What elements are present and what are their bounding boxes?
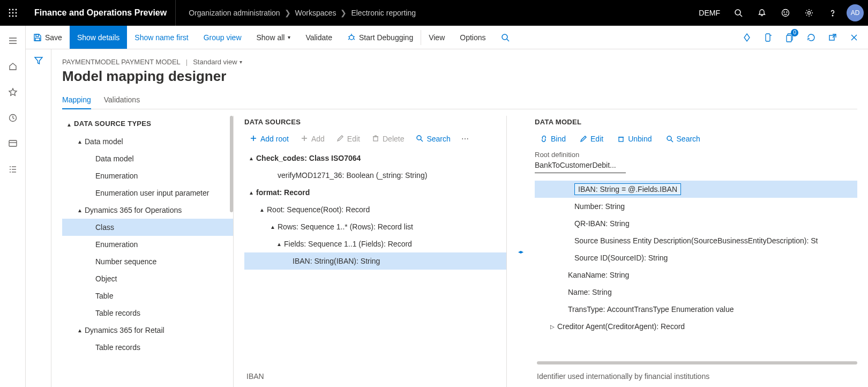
tree-row-selected[interactable]: IBAN: String(IBAN): String: [244, 252, 506, 270]
unbind-button[interactable]: Unbind: [612, 132, 657, 145]
tree-row[interactable]: ▷Creditor Agent(CreditorAgent): Record: [535, 318, 857, 335]
star-icon[interactable]: [2, 81, 24, 103]
breadcrumb-item[interactable]: Electronic reporting: [351, 9, 416, 17]
tree-row[interactable]: Enumeration user input parameter: [62, 184, 233, 202]
tabs: Mapping Validations: [62, 91, 857, 109]
tree-row[interactable]: Table: [62, 287, 233, 304]
search-button[interactable]: Search: [410, 132, 455, 145]
svg-line-34: [348, 39, 349, 40]
breadcrumb-item[interactable]: Workspaces: [295, 9, 336, 17]
close-icon[interactable]: [844, 28, 864, 47]
tree-row[interactable]: ▲Data model: [62, 133, 233, 150]
horizontal-scrollbar[interactable]: [537, 361, 857, 364]
add-root-button[interactable]: Add root: [244, 132, 294, 145]
tree-row[interactable]: Table records: [62, 304, 233, 322]
show-details-button[interactable]: Show details: [70, 26, 127, 49]
search-icon[interactable]: [727, 0, 750, 26]
tree-row[interactable]: ▲Dynamics 365 for Operations: [62, 202, 233, 219]
tree-row[interactable]: Number: String: [535, 198, 857, 215]
action-search-button[interactable]: [493, 26, 517, 49]
filter-icon[interactable]: [34, 56, 43, 387]
tree-row-selected[interactable]: Class: [62, 219, 233, 236]
scrollbar[interactable]: [230, 116, 233, 212]
tree-row[interactable]: KanaName: String: [535, 266, 857, 284]
plus-icon: [250, 135, 258, 143]
tree-row[interactable]: ▲Check_codes: Class ISO7064: [244, 150, 506, 167]
avatar[interactable]: AD: [847, 4, 864, 21]
hamburger-icon[interactable]: [2, 30, 24, 51]
tree-row[interactable]: Enumeration: [62, 167, 233, 184]
svg-point-1: [12, 9, 14, 11]
svg-line-54: [421, 139, 423, 142]
workspace-icon[interactable]: [2, 133, 24, 154]
root-definition-value[interactable]: BankToCustomerDebit...: [535, 160, 626, 173]
tree-row[interactable]: ▲Root: Sequence(Root): Record: [244, 201, 506, 218]
start-debugging-label: Start Debugging: [359, 33, 413, 42]
tree-row-selected[interactable]: IBAN: String = @.Fields.IBAN: [535, 181, 857, 198]
help-icon[interactable]: [821, 0, 844, 26]
filter-column: [26, 49, 51, 387]
tree-header[interactable]: ▲DATA SOURCE TYPES: [62, 116, 233, 133]
start-debugging-button[interactable]: Start Debugging: [340, 26, 421, 49]
refresh-icon[interactable]: [802, 28, 821, 47]
tree-row[interactable]: TransType: AccountTransType Enumeration …: [535, 301, 857, 318]
tree-row[interactable]: verifyMOD1271_36: Boolean (_string: Stri…: [244, 167, 506, 184]
tree-row[interactable]: ▲Rows: Sequence 1..* (Rows): Record list: [244, 218, 506, 235]
nav-rail: [0, 26, 26, 387]
tree-row[interactable]: ▲format: Record: [244, 184, 506, 201]
svg-point-0: [9, 9, 11, 11]
tree-row[interactable]: Table records: [62, 339, 233, 356]
home-icon[interactable]: [2, 56, 24, 77]
tree-row[interactable]: Source ID(SourceID): String: [535, 249, 857, 266]
show-name-first-label: Show name first: [134, 33, 188, 42]
modules-icon[interactable]: [2, 159, 24, 180]
caret-down-icon: ▲: [75, 207, 85, 213]
svg-point-15: [832, 15, 833, 16]
validate-button[interactable]: Validate: [298, 26, 340, 49]
options-button[interactable]: Options: [452, 26, 493, 49]
data-source-types-panel: ▲DATA SOURCE TYPES ▲Data model Data mode…: [62, 116, 234, 387]
add-button: Add: [295, 132, 330, 145]
gear-icon[interactable]: [797, 0, 821, 26]
show-all-dropdown[interactable]: Show all▾: [249, 26, 298, 49]
bell-icon[interactable]: [750, 0, 774, 26]
svg-rect-42: [829, 35, 834, 40]
view-picker[interactable]: Standard view ▾: [193, 58, 242, 66]
group-view-button[interactable]: Group view: [196, 26, 249, 49]
svg-point-57: [667, 136, 671, 140]
clock-icon[interactable]: [2, 107, 24, 129]
tree-row[interactable]: Object: [62, 270, 233, 287]
popout-icon[interactable]: [823, 28, 842, 47]
chevron-down-icon: ▾: [288, 34, 290, 40]
tree-row[interactable]: Enumeration: [62, 236, 233, 253]
save-label: Save: [45, 33, 62, 42]
view-button[interactable]: View: [421, 26, 452, 49]
bind-button[interactable]: Bind: [535, 132, 571, 145]
more-icon[interactable]: ⋯: [457, 132, 473, 145]
legal-entity[interactable]: DEMF: [692, 9, 727, 17]
attach-icon[interactable]: [759, 28, 778, 47]
tree-row[interactable]: ▲Dynamics 365 for Retail: [62, 322, 233, 339]
breadcrumb-item[interactable]: Organization administration: [189, 9, 280, 17]
panel-title: DATA SOURCE TYPES: [74, 117, 151, 132]
messages-icon[interactable]: 0: [780, 28, 799, 47]
smile-icon[interactable]: [774, 0, 797, 26]
trash-icon: [617, 135, 625, 143]
edit-button[interactable]: Edit: [574, 132, 609, 145]
splitter[interactable]: ◂▸: [518, 116, 524, 387]
tree-row[interactable]: ▲Fields: Sequence 1..1 (Fields): Record: [244, 235, 506, 252]
save-button[interactable]: Save: [26, 26, 70, 49]
tree-row[interactable]: Number sequence: [62, 253, 233, 270]
tab-mapping[interactable]: Mapping: [62, 91, 91, 109]
data-model-panel: DATA MODEL Bind Edit Unbind Search Root …: [535, 116, 868, 387]
tree-row[interactable]: Name: String: [535, 284, 857, 301]
tree-row[interactable]: Source Business Entity Description(Sourc…: [535, 232, 857, 249]
svg-rect-50: [373, 137, 378, 141]
show-name-first-button[interactable]: Show name first: [127, 26, 196, 49]
tree-row[interactable]: QR-IBAN: String: [535, 215, 857, 232]
tab-validations[interactable]: Validations: [104, 91, 140, 109]
app-launcher-icon[interactable]: [0, 0, 26, 26]
search-button[interactable]: Search: [661, 132, 706, 145]
tree-row[interactable]: Data model: [62, 150, 233, 167]
personalize-icon[interactable]: [737, 28, 757, 47]
